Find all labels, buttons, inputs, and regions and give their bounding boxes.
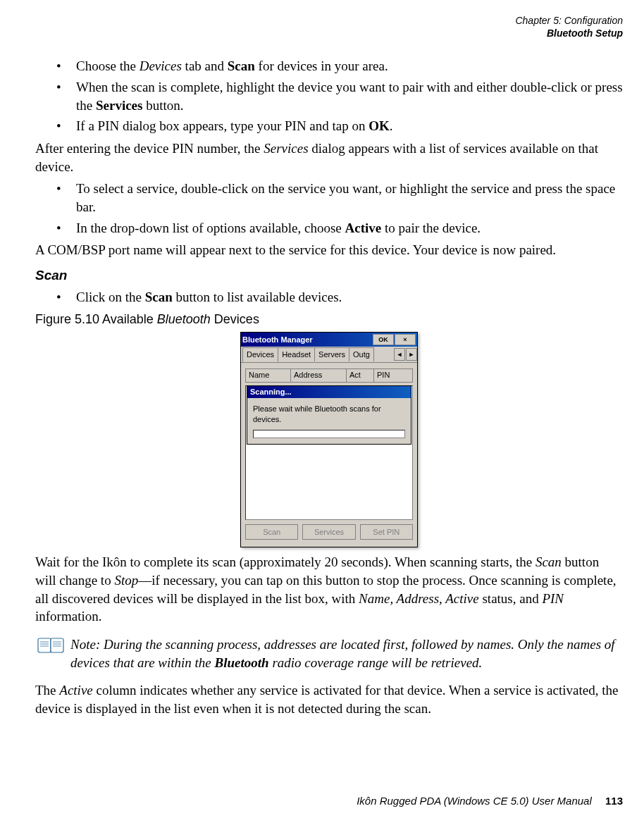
dialog-title: Scanning...: [247, 386, 411, 398]
bluetooth-manager-window: Bluetooth Manager OK × Devices Headset S…: [240, 332, 418, 547]
window-title: Bluetooth Manager: [242, 335, 313, 345]
tab-scroll-left-icon[interactable]: ◄: [394, 348, 405, 361]
bullet-list-2: To select a service, double-click on the…: [35, 180, 623, 237]
col-address[interactable]: Address: [291, 369, 347, 382]
services-button[interactable]: Services: [302, 524, 355, 540]
header-chapter: Chapter 5: Configuration: [35, 14, 623, 27]
section-heading-scan: Scan: [35, 266, 623, 285]
page-footer: Ikôn Rugged PDA (Windows CE 5.0) User Ma…: [357, 795, 623, 807]
tab-scroll-right-icon[interactable]: ►: [406, 348, 417, 361]
set-pin-button[interactable]: Set PIN: [360, 524, 413, 540]
note-block: Note: During the scanning process, addre…: [35, 636, 623, 671]
screenshot-figure: Bluetooth Manager OK × Devices Headset S…: [35, 332, 623, 547]
paragraph: The Active column indicates whether any …: [35, 681, 623, 717]
tab-bar: Devices Headset Servers Outg ◄ ►: [241, 347, 417, 363]
figure-caption: Figure 5.10 Available Bluetooth Devices: [35, 311, 623, 328]
close-button[interactable]: ×: [395, 334, 416, 345]
paragraph: A COM/BSP port name will appear next to …: [35, 241, 623, 259]
col-act[interactable]: Act: [347, 369, 374, 382]
tab-outgoing[interactable]: Outg: [349, 347, 374, 361]
tab-servers[interactable]: Servers: [314, 347, 349, 361]
paragraph: Wait for the Ikôn to complete its scan (…: [35, 553, 623, 626]
page-header: Chapter 5: Configuration Bluetooth Setup: [35, 14, 623, 39]
list-item: Choose the Devices tab and Scan for devi…: [56, 57, 623, 75]
scan-button[interactable]: Scan: [245, 524, 298, 540]
bullet-list-3: Click on the Scan button to list availab…: [35, 288, 623, 306]
book-icon: [35, 636, 66, 655]
progress-bar: [253, 430, 405, 438]
page-content: Choose the Devices tab and Scan for devi…: [35, 57, 623, 717]
window-titlebar: Bluetooth Manager OK ×: [241, 333, 417, 347]
list-item: Click on the Scan button to list availab…: [56, 288, 623, 306]
list-item: When the scan is complete, highlight the…: [56, 78, 623, 114]
header-section: Bluetooth Setup: [35, 27, 623, 39]
note-text: Note: During the scanning process, addre…: [69, 636, 623, 671]
bottom-button-row: Scan Services Set PIN: [245, 524, 413, 540]
bullet-list-1: Choose the Devices tab and Scan for devi…: [35, 57, 623, 135]
list-item: In the drop-down list of options availab…: [56, 219, 623, 237]
paragraph: After entering the device PIN number, th…: [35, 140, 623, 175]
dialog-message: Please wait while Bluetooth scans for de…: [253, 404, 405, 424]
footer-text: Ikôn Rugged PDA (Windows CE 5.0) User Ma…: [357, 795, 592, 807]
devices-tab-content: Name Address Act PIN Scanning... Please …: [241, 363, 417, 547]
tab-devices[interactable]: Devices: [242, 347, 278, 362]
device-list-header: Name Address Act PIN: [245, 368, 413, 383]
scanning-dialog: Scanning... Please wait while Bluetooth …: [247, 385, 411, 444]
list-item: To select a service, double-click on the…: [56, 180, 623, 216]
col-pin[interactable]: PIN: [374, 369, 412, 382]
col-name[interactable]: Name: [246, 369, 291, 382]
page-number: 113: [605, 795, 623, 807]
list-item: If a PIN dialog box appears, type your P…: [56, 117, 623, 135]
ok-button[interactable]: OK: [373, 334, 394, 345]
tab-headset[interactable]: Headset: [278, 347, 315, 361]
